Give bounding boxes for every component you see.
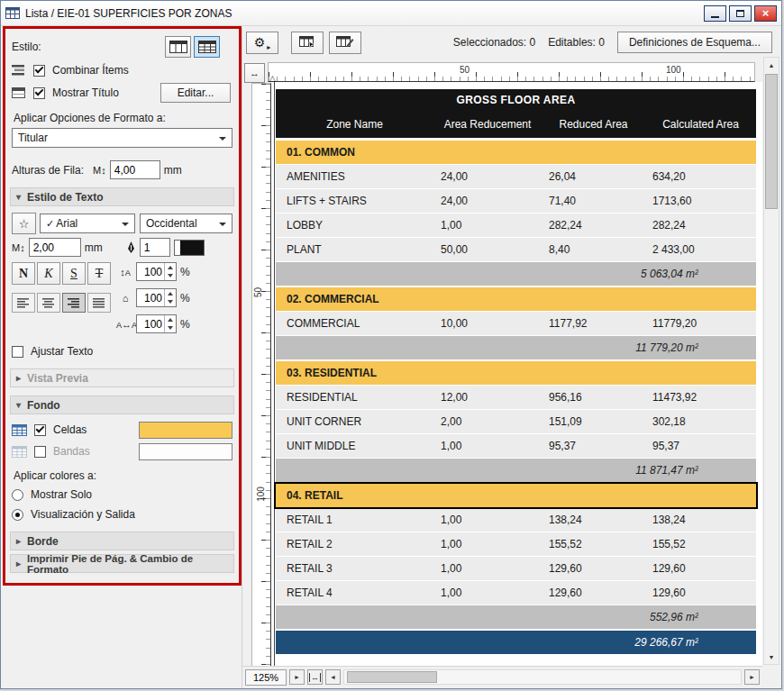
section-header-row[interactable]: 04. RETAIL [276,484,756,507]
zone-cell[interactable]: RESIDENTIAL [276,391,433,404]
spin-up-icon[interactable] [165,315,176,324]
zone-row[interactable]: RETAIL 41,00129,60129,60 [276,581,756,605]
align-center-button[interactable] [37,293,60,313]
fit-width-button[interactable]: ↔ [307,669,323,685]
zone-cell[interactable]: 302,18 [645,415,756,428]
text-style-section-header[interactable]: ▾ Estilo de Texto [10,187,234,206]
zone-cell[interactable]: 1,00 [433,514,542,526]
pen-number-input[interactable] [140,238,170,257]
zone-cell[interactable]: 155,52 [645,538,756,550]
vertical-scrollbar-thumb[interactable] [765,74,778,209]
show-only-radio[interactable] [12,489,23,501]
format-target-select[interactable]: Titular [12,128,232,148]
bands-color-swatch[interactable] [139,443,232,460]
zone-cell[interactable]: LIFTS + STAIRS [276,195,433,207]
show-title-checkbox[interactable] [33,87,45,99]
zone-cell[interactable]: RETAIL 1 [276,514,433,526]
select-scheme-items-button[interactable] [291,32,324,54]
table-total-row[interactable]: 29 266,67 m² [276,631,756,654]
minimize-button[interactable] [704,5,726,22]
zone-row[interactable]: RETAIL 31,00129,60129,60 [276,557,756,580]
scroll-right-button[interactable]: ► [744,669,760,685]
char-spacing-input[interactable] [137,315,164,332]
background-section-header[interactable]: ▾ Fondo [10,396,234,414]
zone-cell[interactable]: PLANT [276,243,433,256]
pen-color-swatch[interactable] [174,240,205,256]
zoom-level-button[interactable]: 125% [245,669,287,686]
column-header[interactable]: Reduced Area [542,118,645,131]
zone-cell[interactable]: 151,09 [542,415,645,428]
horizontal-scrollbar[interactable] [343,669,742,685]
char-width-spinner[interactable] [136,288,177,307]
zone-cell[interactable]: LOBBY [276,219,433,232]
cells-color-swatch[interactable] [139,422,232,439]
section-subtotal-row[interactable]: 5 063,04 m² [276,262,756,286]
combine-items-checkbox[interactable] [33,65,45,77]
column-header[interactable]: Calculated Area [645,118,756,131]
section-subtotal-row[interactable]: 11 779,20 m² [276,336,756,359]
zoom-menu-button[interactable]: ► [289,669,305,685]
style-columns-button[interactable] [165,36,191,58]
style-grid-button[interactable] [194,36,220,58]
zone-cell[interactable]: UNIT CORNER [276,415,433,428]
zone-cell[interactable]: 956,16 [542,391,645,404]
zone-cell[interactable]: 8,40 [542,243,645,256]
zone-cell[interactable]: 1,00 [433,562,542,575]
align-left-button[interactable] [12,293,35,313]
horizontal-scrollbar-thumb[interactable] [347,671,437,683]
zone-row[interactable]: COMMERCIAL10,001177,9211779,20 [276,312,756,335]
zone-cell[interactable]: 155,52 [542,538,645,550]
bands-checkbox[interactable] [34,446,46,458]
align-right-button[interactable] [62,293,86,313]
zone-cell[interactable]: 95,37 [542,440,645,452]
scheme-settings-button[interactable]: Definiciones de Esquema... [617,32,772,53]
zone-cell[interactable]: 129,60 [645,562,756,575]
zone-cell[interactable]: 1,00 [433,538,542,550]
align-justify-button[interactable] [87,293,111,313]
preview-section-header[interactable]: ▸ Vista Previa [10,368,234,387]
zone-cell[interactable]: 11779,20 [645,317,756,330]
ruler-options-button[interactable]: ↔ [244,63,265,83]
zone-row[interactable]: PLANT50,008,402 433,00 [276,238,756,261]
section-header-row[interactable]: 02. COMMERCIAL [276,287,756,311]
zone-row[interactable]: UNIT CORNER2,00151,09302,18 [276,410,756,433]
section-subtotal-row[interactable]: 11 871,47 m² [276,459,756,482]
column-header[interactable]: Zone Name [276,118,433,131]
zone-row[interactable]: RESIDENTIAL12,00956,1611473,92 [276,386,756,409]
bold-button[interactable]: N [12,262,35,285]
close-button[interactable]: × [754,5,777,22]
zone-cell[interactable]: 282,24 [645,219,756,232]
section-header-row[interactable]: 01. COMMON [276,141,756,164]
vertical-scrollbar-track[interactable] [764,72,779,650]
cells-checkbox[interactable] [34,424,46,436]
horizontal-ruler[interactable]: 50 100 △ [268,62,755,82]
zone-cell[interactable]: 24,00 [433,195,542,207]
scroll-up-button[interactable]: ▲ [764,58,779,72]
scroll-left-button[interactable]: ◄ [325,669,341,685]
script-select[interactable]: Occidental [140,214,232,233]
table-column-header-row[interactable]: Zone NameArea ReducementReduced AreaCalc… [276,111,756,138]
zone-row[interactable]: UNIT MIDDLE1,0095,3795,37 [276,434,756,458]
zone-cell[interactable]: 12,00 [433,391,542,404]
spin-down-icon[interactable] [165,298,176,307]
zone-row[interactable]: LIFTS + STAIRS24,0071,401713,60 [276,189,756,213]
column-header[interactable]: Area Reducement [433,118,542,131]
zone-row[interactable]: AMENITIES24,0026,04634,20 [276,165,756,188]
zone-row[interactable]: LOBBY1,00282,24282,24 [276,214,756,237]
text-height-input[interactable] [29,238,81,257]
edit-scheme-button[interactable] [329,32,361,54]
zone-cell[interactable]: COMMERCIAL [276,317,433,330]
zone-cell[interactable]: 634,20 [645,170,756,183]
zone-cell[interactable]: 24,00 [433,170,542,183]
zone-cell[interactable]: 1,00 [433,586,542,599]
zone-cell[interactable]: 10,00 [433,317,542,330]
zone-cell[interactable]: AMENITIES [276,170,433,183]
zone-cell[interactable]: 2,00 [433,415,542,428]
vertical-ruler[interactable]: 50 100 [251,83,271,667]
vertical-scrollbar[interactable]: ▲ ▼ [763,57,779,665]
zone-cell[interactable]: 282,24 [542,219,645,232]
zone-cell[interactable]: 50,00 [433,243,542,256]
edit-button[interactable]: Editar... [160,83,231,103]
zone-row[interactable]: RETAIL 21,00155,52155,52 [276,532,756,556]
zone-cell[interactable]: 129,60 [645,586,756,599]
